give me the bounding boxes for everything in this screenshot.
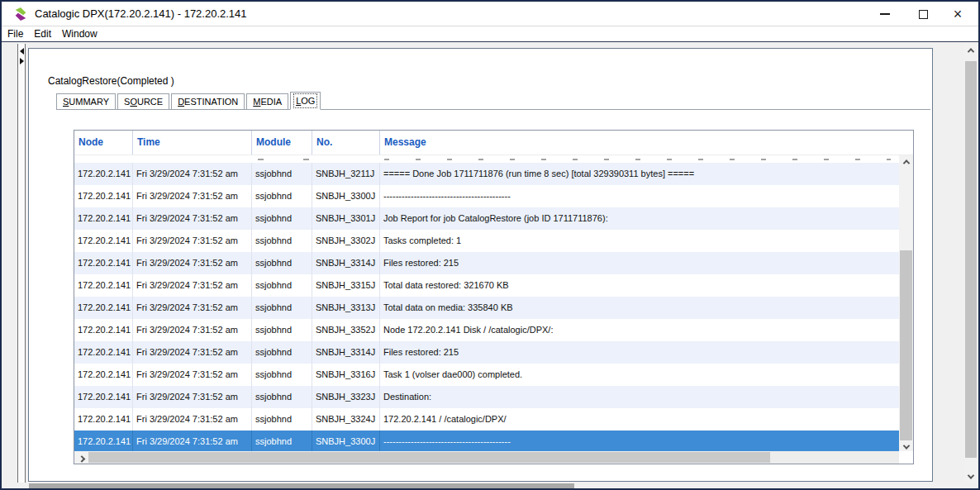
log-cell-message: Tasks completed: 1 [380,230,899,252]
log-cell-message: Destination: [380,386,899,408]
log-row[interactable]: 172.20.2.141Fri 3/29/2024 7:31:52 amssjo… [74,319,899,341]
log-cell-no: SNBJH_3352J [312,319,380,341]
log-cell-time: Fri 3/29/2024 7:31:52 am [133,185,252,207]
log-row[interactable]: 172.20.2.141Fri 3/29/2024 7:31:52 amssjo… [74,386,899,408]
log-cell-time: Fri 3/29/2024 7:31:52 am [133,431,252,453]
app-window: Catalogic DPX(172.20.2.141) - 172.20.2.1… [0,0,980,490]
chevron-down-icon [902,442,909,449]
minimize-icon [880,13,890,15]
log-table-body: 172.20.2.141Fri 3/29/2024 7:31:52 amssjo… [74,155,913,453]
tab-media[interactable]: MEDIA [246,93,288,109]
table-scroll-right-button[interactable] [74,451,88,464]
window-vscroll-thumb[interactable] [965,61,977,458]
log-cell-time: Fri 3/29/2024 7:31:52 am [133,230,252,252]
log-cell-node: 172.20.2.141 [74,230,133,252]
content-area: CatalogRestore(Completed ) SUMMARYSOURCE… [2,43,978,488]
tab-log[interactable]: LOG [290,92,321,110]
log-cell-module: ssjobhnd [252,341,312,364]
log-cell-no: SNBJH_3211J [312,163,380,185]
window-horizontal-scrollbar[interactable] [17,483,963,488]
log-cell-no: SNBJH_3314J [312,341,380,364]
log-row[interactable]: 172.20.2.141Fri 3/29/2024 7:31:52 amssjo… [74,364,899,386]
maximize-button[interactable] [909,2,937,26]
window-hscroll-thumb[interactable] [29,483,574,488]
chevron-up-icon [968,48,974,55]
log-cell-module: ssjobhnd [252,230,312,252]
maximize-icon [919,10,928,19]
log-cell-time: Fri 3/29/2024 7:31:52 am [133,274,252,297]
log-row[interactable]: 172.20.2.141Fri 3/29/2024 7:31:52 amssjo… [74,230,899,252]
sidebar-splitter[interactable] [17,44,26,483]
log-cell-module: ssjobhnd [252,274,312,297]
log-cell-no: SNBJH_3324J [312,408,380,431]
collapse-left-icon[interactable] [20,48,24,55]
log-cell-message: Files restored: 215 [380,252,899,274]
log-cell-node: 172.20.2.141 [74,341,133,364]
log-cell-message: Node 172.20.2.141 Disk / /catalogic/DPX/… [380,319,899,341]
log-row[interactable]: 172.20.2.141Fri 3/29/2024 7:31:52 amssjo… [74,252,899,274]
log-row[interactable]: 172.20.2.141Fri 3/29/2024 7:31:52 amssjo… [74,431,899,453]
log-rows: 172.20.2.141Fri 3/29/2024 7:31:52 amssjo… [74,155,899,453]
tab-label: SOURCE [124,97,163,107]
log-cell-module: ssjobhnd [252,431,312,453]
column-header-message[interactable]: Message [380,131,913,155]
column-header-module[interactable]: Module [252,131,312,155]
log-cell-time: Fri 3/29/2024 7:31:52 am [133,207,252,230]
log-cell-node: 172.20.2.141 [74,364,133,386]
tab-source[interactable]: SOURCE [117,93,169,109]
tab-summary[interactable]: SUMMARY [56,93,116,109]
window-scroll-up-button[interactable] [964,44,978,56]
title-bar[interactable]: Catalogic DPX(172.20.2.141) - 172.20.2.1… [2,2,978,26]
catalogic-logo-icon [13,7,28,21]
log-cell-no: SNBJH_3313J [312,297,380,319]
log-cell-time: Fri 3/29/2024 7:31:52 am [133,319,252,341]
log-cell-message: Total data restored: 321670 KB [380,274,899,297]
table-vscroll-thumb[interactable] [900,250,912,440]
table-vertical-scrollbar[interactable] [899,155,913,453]
table-horizontal-scrollbar[interactable] [74,451,901,464]
column-header-time[interactable]: Time [133,131,252,155]
window-vertical-scrollbar[interactable] [964,44,978,483]
table-hscroll-thumb[interactable] [88,452,770,463]
log-row[interactable]: 172.20.2.141Fri 3/29/2024 7:31:52 amssjo… [74,185,899,207]
log-row[interactable]: 172.20.2.141Fri 3/29/2024 7:31:52 amssjo… [74,163,899,185]
window-scroll-down-button[interactable] [964,470,978,483]
log-cell-time: Fri 3/29/2024 7:31:52 am [133,408,252,431]
clipped-text-marks [384,159,891,160]
log-cell-no: SNBJH_3302J [312,230,380,252]
tab-label: SUMMARY [63,97,109,107]
minimize-button[interactable] [871,2,899,26]
log-cell-time: Fri 3/29/2024 7:31:52 am [133,297,252,319]
log-cell-time: Fri 3/29/2024 7:31:52 am [133,364,252,386]
menu-item-edit[interactable]: Edit [34,28,58,40]
close-icon: × [954,7,963,21]
tab-destination[interactable]: DESTINATION [171,93,245,109]
column-header-node[interactable]: Node [74,131,133,155]
table-scroll-up-button[interactable] [899,155,913,168]
expand-right-icon[interactable] [20,58,24,64]
close-button[interactable]: × [944,2,972,26]
log-cell-node: 172.20.2.141 [74,274,133,297]
log-cell-time: Fri 3/29/2024 7:31:52 am [133,163,252,185]
log-cell-node: 172.20.2.141 [74,386,133,408]
tab-label: LOG [296,96,315,106]
log-cell-node: 172.20.2.141 [74,185,133,207]
log-cell-node: 172.20.2.141 [74,297,133,319]
log-row[interactable]: 172.20.2.141Fri 3/29/2024 7:31:52 amssjo… [74,341,899,364]
log-cell-module: ssjobhnd [252,408,312,431]
log-row-partial[interactable] [74,155,899,163]
log-row[interactable]: 172.20.2.141Fri 3/29/2024 7:31:52 amssjo… [74,297,899,319]
log-cell-no: SNBJH_3314J [312,252,380,274]
tab-strip: SUMMARYSOURCEDESTINATIONMEDIALOG [56,92,930,110]
log-cell-message: Files restored: 215 [380,341,899,364]
log-row[interactable]: 172.20.2.141Fri 3/29/2024 7:31:52 amssjo… [74,274,899,297]
log-row[interactable]: 172.20.2.141Fri 3/29/2024 7:31:52 amssjo… [74,408,899,431]
menu-item-file[interactable]: File [7,28,30,40]
log-cell-no: SNBJH_3300J [312,431,380,453]
menu-item-window[interactable]: Window [62,28,104,40]
log-cell-no: SNBJH_3315J [312,274,380,297]
log-cell-module: ssjobhnd [252,386,312,408]
column-header-no[interactable]: No. [312,131,380,155]
log-cell-time: Fri 3/29/2024 7:31:52 am [133,252,252,274]
log-row[interactable]: 172.20.2.141Fri 3/29/2024 7:31:52 amssjo… [74,207,899,230]
